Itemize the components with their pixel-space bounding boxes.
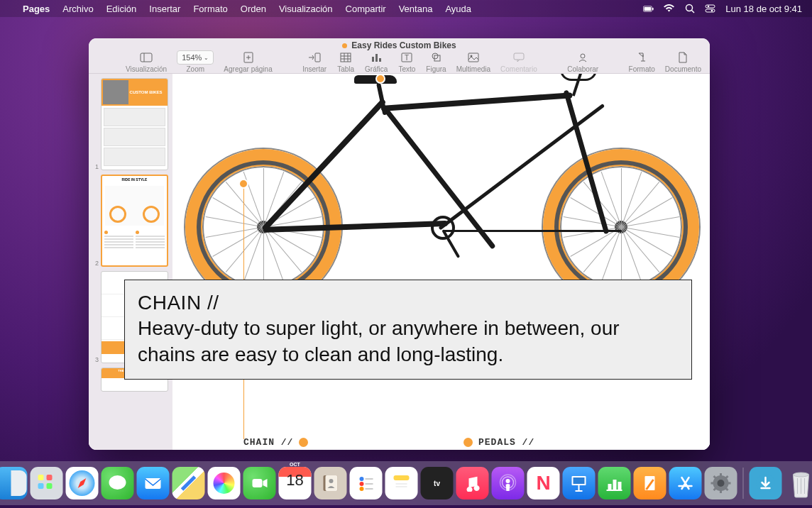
edited-indicator <box>342 43 347 48</box>
spotlight-icon[interactable] <box>684 4 695 14</box>
menu-ventana[interactable]: Ventana <box>399 4 433 14</box>
svg-line-4 <box>691 11 694 13</box>
thumbnail-sidebar: 1 CUSTOM BIKES 2 RIDE IN STYLE <box>89 74 172 450</box>
svg-rect-62 <box>618 482 622 490</box>
battery-icon[interactable] <box>643 4 654 14</box>
svg-line-74 <box>714 488 716 490</box>
svg-rect-1 <box>644 6 652 10</box>
appmenu-pages[interactable]: Pages <box>23 4 50 14</box>
dock-reminders-icon[interactable] <box>350 467 383 499</box>
svg-rect-33 <box>38 483 44 489</box>
svg-point-3 <box>686 5 692 11</box>
svg-point-26 <box>432 53 438 59</box>
wifi-icon[interactable] <box>664 4 674 14</box>
dock-messages-icon[interactable] <box>102 467 134 499</box>
dock-tv-icon[interactable]: tv <box>421 467 454 499</box>
menubar: Pages Archivo Edición Insertar Formato O… <box>0 0 812 17</box>
svg-rect-38 <box>253 479 263 487</box>
svg-rect-60 <box>608 484 612 490</box>
dock-downloads-icon[interactable] <box>750 467 782 499</box>
menu-orden[interactable]: Orden <box>241 4 266 14</box>
dock-trash-icon[interactable] <box>785 467 813 499</box>
svg-text:tv: tv <box>434 480 440 487</box>
annotation-dot-pedals <box>463 438 473 447</box>
zoom-dropdown[interactable]: 154% ⌄ <box>177 50 214 65</box>
svg-text:T: T <box>405 54 409 62</box>
svg-point-67 <box>718 480 725 487</box>
page-number-1: 1 <box>93 163 99 170</box>
dock-finder-icon[interactable] <box>0 467 28 499</box>
menu-edicion[interactable]: Edición <box>106 4 137 14</box>
page-number-2: 2 <box>93 260 99 267</box>
chain-text-column[interactable]: CHAIN // Heavy-duty to super light, or a… <box>243 436 428 450</box>
dock-calendar-icon[interactable]: OCT18 <box>279 467 312 499</box>
svg-rect-7 <box>706 9 715 12</box>
document-canvas[interactable]: CHAIN // Heavy-duty to super light, or a… <box>172 74 710 450</box>
add-page-button[interactable] <box>239 50 258 65</box>
dock-separator <box>743 468 744 499</box>
svg-point-44 <box>360 482 364 486</box>
menu-visualizacion[interactable]: Visualización <box>279 4 333 14</box>
hover-text-line2: Heavy-duty to super light, or anywhere i… <box>138 316 679 368</box>
window-title: Easy Rides Custom Bikes <box>89 38 710 50</box>
annotation-dot-wheel <box>238 179 248 189</box>
chain-header: CHAIN // <box>243 436 293 450</box>
insert-button[interactable] <box>305 50 324 65</box>
pedals-text-column[interactable]: PEDALS // Clip-in. Flat. Race worthy. Me… <box>463 436 648 450</box>
table-button[interactable] <box>336 50 355 65</box>
svg-rect-9 <box>141 53 152 62</box>
svg-rect-14 <box>315 53 320 62</box>
text-button[interactable]: T <box>397 50 416 65</box>
hover-text-accessibility-overlay: CHAIN // Heavy-duty to super light, or a… <box>124 280 692 380</box>
format-button[interactable] <box>632 50 651 65</box>
svg-line-72 <box>714 476 716 478</box>
menu-archivo[interactable]: Archivo <box>62 4 93 14</box>
dock-music-icon[interactable] <box>456 467 489 499</box>
media-button[interactable] <box>464 50 483 65</box>
document-button[interactable] <box>674 50 692 65</box>
dock-safari-icon[interactable] <box>66 467 99 499</box>
menu-formato[interactable]: Formato <box>193 4 227 14</box>
comment-button[interactable] <box>510 50 528 65</box>
svg-marker-35 <box>76 477 87 490</box>
dock-launchpad-icon[interactable] <box>31 467 63 499</box>
page-thumbnail-1[interactable]: CUSTOM BIKES <box>101 78 168 170</box>
pedals-header: PEDALS // <box>478 436 534 450</box>
bicycle-illustration <box>177 74 702 315</box>
dock-pages-icon[interactable] <box>634 467 666 499</box>
toolbar: Visualización 154% ⌄ Zoom Agregar página… <box>89 50 710 74</box>
dock-keynote-icon[interactable] <box>563 467 596 499</box>
view-label: Visualización <box>126 65 167 73</box>
menu-compartir[interactable]: Compartir <box>346 4 386 14</box>
hover-text-line1: CHAIN // <box>138 290 679 316</box>
dock-appstore-icon[interactable] <box>669 467 702 499</box>
dock-maps-icon[interactable] <box>172 467 205 499</box>
dock-notes-icon[interactable] <box>385 467 418 499</box>
collaborate-button[interactable] <box>574 50 592 65</box>
svg-rect-34 <box>47 483 53 489</box>
dock-facetime-icon[interactable] <box>243 467 276 499</box>
menu-ayuda[interactable]: Ayuda <box>445 4 471 14</box>
dock-numbers-icon[interactable] <box>598 467 631 499</box>
dock-news-icon[interactable] <box>527 467 560 499</box>
page-thumbnail-2-selected[interactable]: RIDE IN STYLE <box>101 175 168 267</box>
dock-podcasts-icon[interactable] <box>492 467 525 499</box>
dock-photos-icon[interactable] <box>208 467 241 499</box>
svg-point-53 <box>506 479 510 483</box>
view-button[interactable] <box>137 50 155 65</box>
chart-button[interactable] <box>367 50 385 65</box>
svg-point-8 <box>711 10 713 12</box>
menubar-clock[interactable]: Lun 18 de oct 9:41 <box>725 4 802 14</box>
shape-button[interactable] <box>427 50 446 65</box>
dock-contacts-icon[interactable] <box>314 467 347 499</box>
menu-insertar[interactable]: Insertar <box>149 4 180 14</box>
dock-settings-icon[interactable] <box>705 467 737 499</box>
svg-rect-57 <box>574 477 585 484</box>
svg-point-42 <box>360 477 364 481</box>
svg-rect-2 <box>652 7 654 10</box>
svg-rect-22 <box>379 58 381 62</box>
control-center-icon[interactable] <box>705 4 715 14</box>
svg-rect-32 <box>47 475 53 480</box>
dock-mail-icon[interactable] <box>137 467 170 499</box>
svg-point-30 <box>581 54 585 58</box>
